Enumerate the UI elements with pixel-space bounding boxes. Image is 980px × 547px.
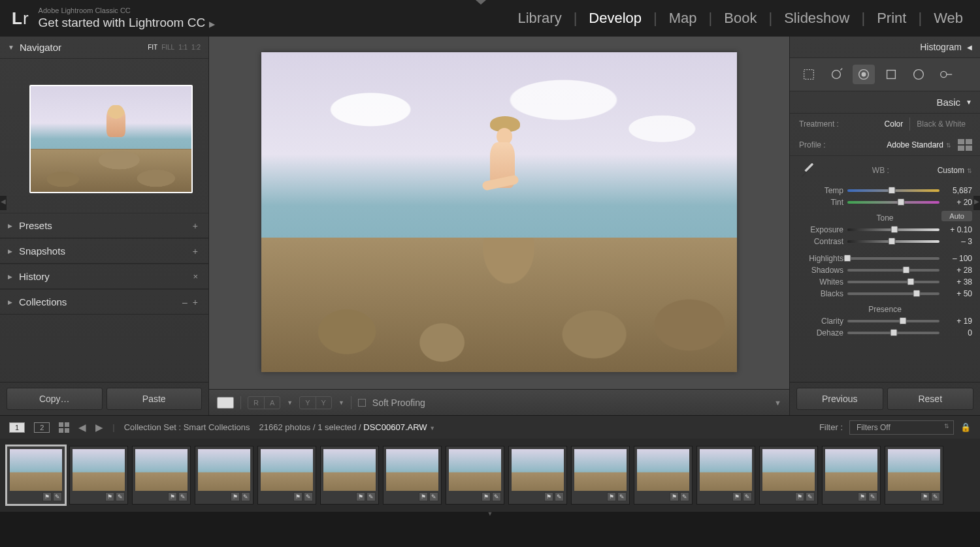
copy-button[interactable]: Copy…: [7, 388, 103, 410]
loupe-image[interactable]: [261, 52, 737, 372]
secondary-display-1[interactable]: 1: [9, 422, 25, 433]
module-develop[interactable]: Develop: [583, 7, 647, 29]
crop-tool-icon[interactable]: [798, 65, 820, 84]
chevron-right-icon: ▶: [8, 299, 12, 305]
filmstrip[interactable]: ⚑✎⚑✎⚑✎⚑✎⚑✎⚑✎⚑✎⚑✎⚑✎⚑✎⚑✎⚑✎⚑✎⚑✎⚑✎: [0, 439, 980, 512]
grid-view-icon[interactable]: [59, 422, 69, 433]
filmstrip-thumb[interactable]: ⚑✎: [195, 446, 253, 505]
graduated-filter-icon[interactable]: [880, 65, 902, 84]
module-web[interactable]: Web: [928, 7, 968, 29]
profile-label: Profile :: [799, 140, 826, 149]
module-print[interactable]: Print: [872, 7, 911, 29]
add-snapshot-button[interactable]: +: [190, 246, 201, 257]
wb-eyedropper-icon[interactable]: [798, 160, 819, 181]
profile-dropdown[interactable]: Adobe Standard⇅: [880, 138, 958, 151]
paste-button[interactable]: Paste: [106, 388, 203, 410]
slider-contrast[interactable]: Contrast – 3: [790, 236, 980, 247]
treatment-color[interactable]: Color: [878, 117, 910, 131]
filmstrip-thumb[interactable]: ⚑✎: [696, 446, 755, 505]
filmstrip-thumb[interactable]: ⚑✎: [7, 446, 65, 505]
add-preset-button[interactable]: +: [190, 221, 201, 231]
nav-forward-icon[interactable]: ▶: [95, 422, 103, 433]
compare-toggle[interactable]: YY: [299, 396, 332, 409]
soft-proofing-checkbox[interactable]: [358, 399, 366, 407]
toolbar-expand-icon[interactable]: ▼: [774, 399, 781, 407]
filmstrip-infobar: 1 2 ◀ ▶ | Collection Set : Smart Collect…: [0, 415, 980, 439]
slider-highlights[interactable]: Highlights – 100: [790, 253, 980, 264]
svg-point-6: [941, 71, 947, 77]
filmstrip-thumb[interactable]: ⚑✎: [571, 446, 630, 505]
slider-shadows[interactable]: Shadows + 28: [790, 264, 980, 276]
filter-dropdown[interactable]: Filters Off⇅: [849, 420, 954, 435]
chevron-right-icon: ▶: [209, 20, 215, 29]
app-logo: Lr: [12, 8, 29, 29]
redeye-tool-icon[interactable]: [853, 65, 875, 84]
filmstrip-thumb[interactable]: ⚑✎: [508, 446, 567, 505]
right-panel: Histogram◀ Basic▼ Treatment : Color Blac…: [789, 37, 980, 415]
slider-clarity[interactable]: Clarity + 19: [790, 315, 980, 327]
remove-collection-button[interactable]: –: [180, 297, 190, 307]
spot-tool-icon[interactable]: [825, 65, 847, 84]
panel-collections[interactable]: ▶ Collections – +: [0, 289, 208, 315]
histogram-header[interactable]: Histogram◀: [790, 37, 980, 58]
add-collection-button[interactable]: +: [190, 297, 201, 307]
zoom-fill[interactable]: FILL: [161, 44, 174, 51]
filmstrip-thumb[interactable]: ⚑✎: [759, 446, 818, 505]
photo-count: 21662 photos / 1 selected / DSC00607.ARW…: [259, 422, 436, 432]
filmstrip-thumb[interactable]: ⚑✎: [132, 446, 191, 505]
reset-button[interactable]: Reset: [887, 388, 974, 410]
radial-filter-icon[interactable]: [907, 65, 930, 84]
filmstrip-thumb[interactable]: ⚑✎: [446, 446, 504, 505]
header-accent-icon: [476, 0, 486, 5]
filmstrip-thumb[interactable]: ⚑✎: [320, 446, 379, 505]
basic-panel-header[interactable]: Basic▼: [790, 91, 980, 114]
chevron-right-icon: ▶: [8, 223, 12, 229]
app-title-main[interactable]: Get started with Lightroom CC▶: [39, 15, 216, 31]
panel-history[interactable]: ▶ History ×: [0, 264, 208, 289]
slider-temp[interactable]: Temp 5,687: [790, 185, 980, 196]
module-slideshow[interactable]: Slideshow: [779, 7, 855, 29]
panel-snapshots[interactable]: ▶ Snapshots +: [0, 238, 208, 264]
zoom-1-2[interactable]: 1:2: [191, 44, 201, 51]
navigator-thumbnail[interactable]: [29, 85, 193, 193]
filmstrip-thumb[interactable]: ⚑✎: [634, 446, 693, 505]
filmstrip-thumb[interactable]: ⚑✎: [822, 446, 881, 505]
navigator-zoom-modes: FIT FILL 1:1 1:2: [148, 44, 201, 51]
before-after-toggle[interactable]: RA: [248, 396, 280, 409]
chevron-right-icon: ▶: [8, 248, 12, 255]
left-panel-handle-icon[interactable]: [0, 196, 7, 210]
slider-dehaze[interactable]: Dehaze 0: [790, 327, 980, 339]
auto-tone-button[interactable]: Auto: [941, 211, 972, 221]
chevron-left-icon: ◀: [967, 44, 972, 51]
secondary-display-2[interactable]: 2: [34, 422, 50, 433]
module-book[interactable]: Book: [719, 7, 762, 29]
zoom-1-1[interactable]: 1:1: [178, 44, 188, 51]
previous-button[interactable]: Previous: [796, 388, 883, 410]
filter-label: Filter :: [819, 422, 843, 432]
navigator-header[interactable]: ▼ Navigator FIT FILL 1:1 1:2: [0, 37, 208, 59]
clear-history-button[interactable]: ×: [190, 272, 201, 281]
slider-whites[interactable]: Whites + 38: [790, 276, 980, 288]
right-panel-handle-icon[interactable]: [973, 196, 980, 210]
filmstrip-collapse-icon[interactable]: ▼: [0, 512, 980, 517]
filmstrip-thumb[interactable]: ⚑✎: [69, 446, 128, 505]
slider-exposure[interactable]: Exposure + 0.10: [790, 224, 980, 236]
filmstrip-thumb[interactable]: ⚑✎: [885, 446, 943, 505]
filter-lock-icon[interactable]: 🔒: [960, 422, 971, 432]
nav-back-icon[interactable]: ◀: [78, 422, 86, 433]
collection-path[interactable]: Collection Set : Smart Collections: [124, 422, 250, 432]
treatment-label: Treatment :: [799, 119, 839, 129]
slider-tint[interactable]: Tint + 20: [790, 196, 980, 208]
module-library[interactable]: Library: [512, 7, 566, 29]
panel-presets[interactable]: ▶ Presets +: [0, 213, 208, 238]
module-map[interactable]: Map: [664, 7, 702, 29]
treatment-bw[interactable]: Black & White: [909, 117, 972, 131]
profile-browser-icon[interactable]: [958, 139, 972, 151]
filmstrip-thumb[interactable]: ⚑✎: [257, 446, 316, 505]
loupe-view-icon[interactable]: [217, 397, 234, 409]
slider-blacks[interactable]: Blacks + 50: [790, 288, 980, 300]
brush-tool-icon[interactable]: [935, 65, 957, 84]
filmstrip-thumb[interactable]: ⚑✎: [383, 446, 442, 505]
zoom-fit[interactable]: FIT: [148, 44, 157, 51]
wb-dropdown[interactable]: Custom⇅: [938, 166, 972, 175]
